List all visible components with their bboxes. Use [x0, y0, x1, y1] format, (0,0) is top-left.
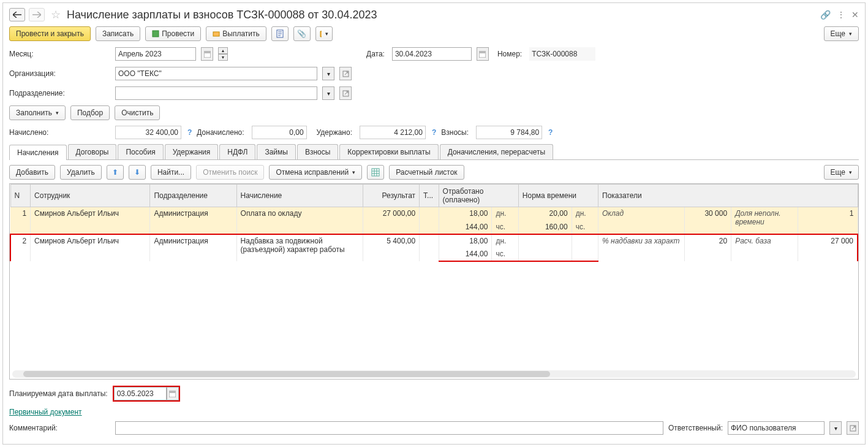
primary-document-link[interactable]: Первичный документ — [9, 408, 82, 416]
calendar-icon — [169, 391, 176, 397]
attach-button[interactable]: 📎 — [293, 26, 311, 41]
tab-contracts[interactable]: Договоры — [68, 144, 117, 159]
table-row[interactable]: 1 Смирнов Альберт Ильич Администрация Оп… — [10, 207, 858, 221]
caret-down-icon: ▾ — [56, 110, 59, 116]
report-button[interactable] — [271, 26, 289, 41]
arrow-left-icon — [13, 12, 21, 18]
tab-ndfl[interactable]: НДФЛ — [219, 144, 255, 159]
cell-result: 27 000,00 — [363, 207, 419, 234]
dept-dropdown-button[interactable]: ▾ — [322, 86, 334, 100]
comment-input[interactable] — [115, 421, 663, 435]
help-icon[interactable]: ? — [187, 128, 192, 137]
col-indicators[interactable]: Показатели — [598, 185, 858, 207]
month-spin-up[interactable]: ▲ — [218, 47, 228, 54]
open-icon — [342, 71, 349, 77]
contrib-label: Взносы: — [441, 128, 469, 137]
tab-loans[interactable]: Займы — [257, 144, 296, 159]
cell-norm-days-unit — [572, 234, 598, 248]
responsible-input[interactable]: ФИО пользователя — [728, 421, 825, 435]
col-result[interactable]: Результат — [363, 185, 419, 207]
date-label: Дата: — [366, 50, 385, 58]
cell-n: 2 — [10, 234, 31, 261]
scrollbar-thumb[interactable] — [23, 371, 550, 377]
folder-icon — [320, 30, 322, 37]
folder-dropdown-button[interactable]: ▾ — [315, 26, 333, 41]
nav-back-button[interactable] — [9, 8, 25, 21]
cell-employee: Смирнов Альберт Ильич — [31, 207, 150, 234]
cell-norm-days — [518, 234, 572, 248]
link-icon[interactable]: 🔗 — [820, 10, 831, 20]
col-accrual[interactable]: Начисление — [236, 185, 363, 207]
help-icon[interactable]: ? — [548, 128, 553, 137]
cell-ind2-name: Расч. база — [731, 234, 798, 261]
delete-row-button[interactable]: Удалить — [60, 165, 102, 180]
col-norm[interactable]: Норма времени — [518, 185, 598, 207]
col-n[interactable]: N — [10, 185, 31, 207]
comment-label: Комментарий: — [9, 424, 110, 432]
accruals-table[interactable]: N Сотрудник Подразделение Начисление Рез… — [9, 183, 859, 380]
find-button[interactable]: Найти... — [151, 165, 191, 180]
post-button[interactable]: Провести — [145, 26, 201, 41]
col-employee[interactable]: Сотрудник — [31, 185, 150, 207]
cell-ind2-name: Доля неполн. времени — [731, 207, 798, 234]
tab-deductions[interactable]: Удержания — [165, 144, 219, 159]
write-button[interactable]: Записать — [96, 26, 140, 41]
cell-norm-hours — [518, 248, 572, 261]
cell-norm-hours-unit: чс. — [572, 221, 598, 234]
month-spin-down[interactable]: ▼ — [218, 54, 228, 61]
org-input[interactable]: ООО "ТЕКС" — [115, 67, 317, 80]
tab-bar: Начисления Договоры Пособия Удержания НД… — [9, 144, 859, 160]
open-icon — [850, 425, 856, 432]
cancel-corrections-label: Отмена исправлений — [276, 168, 349, 177]
columns-button[interactable] — [367, 165, 384, 180]
cell-t — [420, 234, 439, 261]
more-button[interactable]: Еще ▾ — [824, 26, 859, 41]
date-calendar-button[interactable] — [477, 47, 489, 61]
clear-button[interactable]: Очистить — [115, 105, 160, 120]
cancel-corrections-button[interactable]: Отмена исправлений ▾ — [269, 165, 362, 180]
dept-label: Подразделение: — [9, 89, 110, 97]
planned-date-calendar-button[interactable] — [167, 387, 179, 400]
col-worked[interactable]: Отработано (оплачено) — [439, 185, 518, 207]
cancel-find-button: Отменить поиск — [196, 165, 264, 180]
month-label: Месяц: — [9, 50, 110, 58]
pick-button[interactable]: Подбор — [70, 105, 110, 120]
responsible-dropdown-button[interactable]: ▾ — [829, 421, 842, 435]
svg-rect-9 — [372, 169, 379, 176]
col-department[interactable]: Подразделение — [150, 185, 236, 207]
post-and-close-button[interactable]: Провести и закрыть — [9, 26, 91, 41]
payslip-button[interactable]: Расчетный листок — [389, 165, 464, 180]
add-row-button[interactable]: Добавить — [9, 165, 55, 180]
table-row[interactable]: 2 Смирнов Альберт Ильич Администрация На… — [10, 234, 858, 248]
dept-input[interactable] — [115, 86, 317, 100]
cell-norm-days: 20,00 — [518, 207, 572, 221]
help-icon[interactable]: ? — [432, 128, 436, 137]
tab-benefits[interactable]: Пособия — [118, 144, 163, 159]
arrow-down-icon: ⬇ — [134, 168, 140, 177]
dept-open-button[interactable] — [339, 86, 352, 100]
date-input[interactable]: 30.04.2023 — [392, 47, 472, 61]
tab-accruals[interactable]: Начисления — [9, 145, 67, 160]
favorite-star-icon[interactable]: ☆ — [51, 8, 61, 21]
org-dropdown-button[interactable]: ▾ — [322, 67, 334, 80]
col-t[interactable]: Т... — [420, 185, 439, 207]
pay-button[interactable]: Выплатить — [206, 26, 266, 41]
tab-additional-accruals[interactable]: Доначисления, перерасчеты — [440, 144, 553, 159]
kebab-menu-icon[interactable]: ⋮ — [837, 10, 845, 20]
responsible-open-button[interactable] — [847, 421, 859, 435]
fill-button[interactable]: Заполнить ▾ — [9, 105, 66, 120]
cell-accrual: Надбавка за подвижной (разъездной) харак… — [236, 234, 363, 261]
cell-ind1-name: Оклад — [598, 207, 685, 234]
post-icon — [152, 30, 159, 37]
horizontal-scrollbar[interactable] — [12, 370, 856, 378]
close-icon[interactable]: ✕ — [851, 10, 859, 20]
tab-more-button[interactable]: Еще ▾ — [824, 165, 859, 180]
move-up-button[interactable]: ⬆ — [107, 165, 124, 180]
month-input[interactable]: Апрель 2023 — [115, 47, 196, 61]
move-down-button[interactable]: ⬇ — [129, 165, 146, 180]
planned-date-input[interactable]: 03.05.2023 — [114, 387, 167, 400]
org-open-button[interactable] — [339, 67, 352, 80]
tab-payout-corrections[interactable]: Корректировки выплаты — [339, 144, 438, 159]
tab-contributions[interactable]: Взносы — [297, 144, 338, 159]
month-calendar-button[interactable] — [201, 47, 213, 61]
